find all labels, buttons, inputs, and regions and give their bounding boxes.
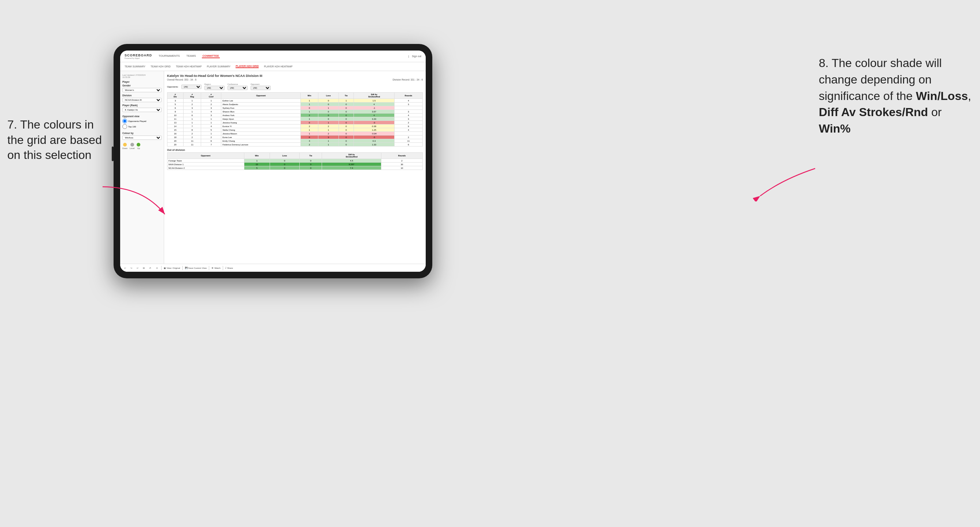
td-diff: -0.94 — [354, 132, 395, 135]
legend: Down Level Up — [123, 143, 162, 149]
gender-select[interactable]: Women's — [123, 88, 162, 92]
td-loss: 1 — [318, 106, 339, 110]
opponents-filter[interactable]: (All) — [181, 84, 202, 89]
nav-bar: SCOREBOARD Powered by clippd TOURNAMENTS… — [120, 51, 426, 62]
logo-area: SCOREBOARD Powered by clippd — [124, 54, 152, 59]
sub-nav-team-summary[interactable]: TEAM SUMMARY — [124, 65, 145, 68]
ood-table-row: NCAA Division 2 5 0 0 7.4 10 — [167, 166, 423, 170]
opponent-filter[interactable]: (All) — [251, 86, 271, 90]
radio-opponents-played[interactable]: Opponents Played — [123, 119, 162, 124]
sub-nav-player-summary[interactable]: PLAYER SUMMARY — [207, 65, 231, 68]
td-conf: 6 — [201, 139, 221, 143]
sidebar-colour-by-label: Colour by — [123, 132, 162, 134]
td-div: 18 — [167, 135, 183, 139]
sub-nav-team-h2h-grid[interactable]: TEAM H2H GRID — [151, 65, 171, 68]
td-conf: 3 — [201, 106, 221, 110]
sub-nav-player-h2h-grid[interactable]: PLAYER H2H GRID — [235, 65, 259, 68]
pink-arrow-right — [753, 165, 819, 202]
td-rounds: 3 — [394, 117, 422, 121]
main-content: Last Updated: 27/03/2024 16:55:38 Player… — [120, 71, 426, 264]
undo-button[interactable]: ↩ — [123, 266, 127, 270]
colour-by-select[interactable]: Win/loss — [123, 135, 162, 140]
td-win: 0 — [301, 106, 318, 110]
toolbar-btn-2[interactable]: ⊞ — [142, 266, 146, 270]
view-original-icon: ▣ — [164, 267, 166, 269]
grid-subtitle: Overall Record: 353 - 34 - 6 Division Re… — [167, 78, 423, 81]
toolbar-btn-4[interactable]: ⊙ — [155, 266, 159, 270]
td-tie: 0 — [339, 110, 354, 114]
td-loss: 0 — [318, 114, 339, 117]
filter-row: Opponents: (All) Region (All) Conference… — [167, 83, 423, 90]
watch-label: Watch — [214, 267, 221, 269]
th-win: Win — [301, 93, 318, 99]
td-tie: 0 — [339, 135, 354, 139]
sub-nav-player-h2h-heatmap[interactable]: PLAYER H2H HEATMAP — [264, 65, 292, 68]
nav-right: | Sign out — [408, 55, 421, 57]
legend-down-label: Down — [123, 147, 127, 149]
th-div: #Div — [167, 93, 183, 99]
td-div: 20 — [167, 139, 183, 143]
sub-nav-team-h2h-heatmap[interactable]: TEAM H2H HEATMAP — [176, 65, 202, 68]
td-rounds: 4 — [394, 128, 422, 132]
th-loss: Loss — [318, 93, 339, 99]
toolbar-btn-1[interactable]: ↩ — [135, 266, 140, 270]
nav-tournaments[interactable]: TOURNAMENTS — [158, 54, 181, 58]
td-loss: 0 — [318, 110, 339, 114]
td-win: 4 — [301, 139, 318, 143]
td-tie: 0 — [339, 143, 354, 146]
nav-teams[interactable]: TEAMS — [186, 54, 197, 58]
redo-button[interactable]: ↪ — [129, 266, 134, 270]
td-opponent: Emily Chang — [221, 139, 301, 143]
toolbar-btn-3[interactable]: ↺· — [148, 266, 153, 270]
sidebar-timestamp: Last Updated: 27/03/2024 16:55:38 — [123, 74, 162, 78]
player-rank-select[interactable]: 8. Katelyn Vo — [123, 108, 162, 112]
opponent-filter-label: Opponent — [251, 83, 271, 85]
td-rounds: 2 — [394, 135, 422, 139]
td-div: 10 — [167, 114, 183, 117]
td-div: 15 — [167, 128, 183, 132]
td-loss: 0 — [318, 99, 339, 103]
save-custom-action[interactable]: 💾 Save Custom View — [185, 267, 207, 269]
sign-out-link[interactable]: Sign out — [412, 55, 421, 57]
td-conf: 4 — [201, 124, 221, 128]
sidebar-player-section: Player Gender Women's Division NCAA Divi… — [123, 81, 162, 112]
table-row: 13 1 1 Jessica Huang 0 1 0 -3 2 — [167, 121, 423, 124]
td-tie: 0 — [339, 103, 354, 106]
opponent-filter-group: Opponent (All) — [251, 83, 271, 90]
td-reg: 11 — [183, 143, 201, 146]
td-conf: 2 — [201, 135, 221, 139]
table-row: 10 6 3 Andrea York 2 0 0 4 4 — [167, 114, 423, 117]
region-filter[interactable]: (All) — [204, 86, 224, 90]
td-diff: 0.3 — [354, 139, 395, 143]
share-icon: ⤴ — [225, 267, 226, 269]
division-record: Division Record: 331 - 34 - 6 — [393, 78, 423, 81]
td-tie: 1 — [339, 99, 354, 103]
td-reg: 6 — [183, 114, 201, 117]
td-conf: 1 — [201, 132, 221, 135]
toolbar-sep-1 — [161, 266, 162, 270]
ood-td-loss: 0 — [270, 159, 300, 163]
td-tie: 0 — [339, 117, 354, 121]
share-action[interactable]: ⤴ Share — [225, 267, 233, 269]
nav-committee[interactable]: COMMITTEE — [202, 54, 220, 58]
division-select[interactable]: NCAA Division III — [123, 98, 162, 102]
td-opponent: Alexis Sudjianto — [221, 103, 301, 106]
out-of-division-header: Out of division — [167, 149, 423, 151]
opponents-label: Opponents: — [167, 86, 178, 88]
td-rounds: 9 — [394, 124, 422, 128]
watch-action[interactable]: 👁 Watch — [212, 267, 221, 269]
table-row: 18 2 2 Euna Lee 0 3 0 -5 2 — [167, 135, 423, 139]
conference-filter[interactable]: (All) — [228, 86, 248, 90]
radio-top-100[interactable]: Top 100 — [123, 124, 162, 129]
legend-level-label: Level — [130, 147, 134, 149]
td-tie: 0 — [339, 139, 354, 143]
toolbar: ↩ ↪ ↩ ⊞ ↺· ⊙ ▣ View: Original 💾 Save Cus… — [120, 264, 426, 272]
td-reg: 8 — [183, 128, 201, 132]
view-original-action[interactable]: ▣ View: Original — [164, 267, 180, 269]
annotation-right: 8. The colour shade will change dependin… — [819, 55, 973, 137]
td-diff: 1.5 — [354, 99, 395, 103]
overall-record: Overall Record: 353 - 34 - 6 — [167, 78, 196, 81]
grid-title: Katelyn Vo Head-to-Head Grid for Women's… — [167, 74, 423, 78]
conference-filter-group: Conference (All) — [228, 83, 248, 90]
td-diff: 4 — [354, 114, 395, 117]
